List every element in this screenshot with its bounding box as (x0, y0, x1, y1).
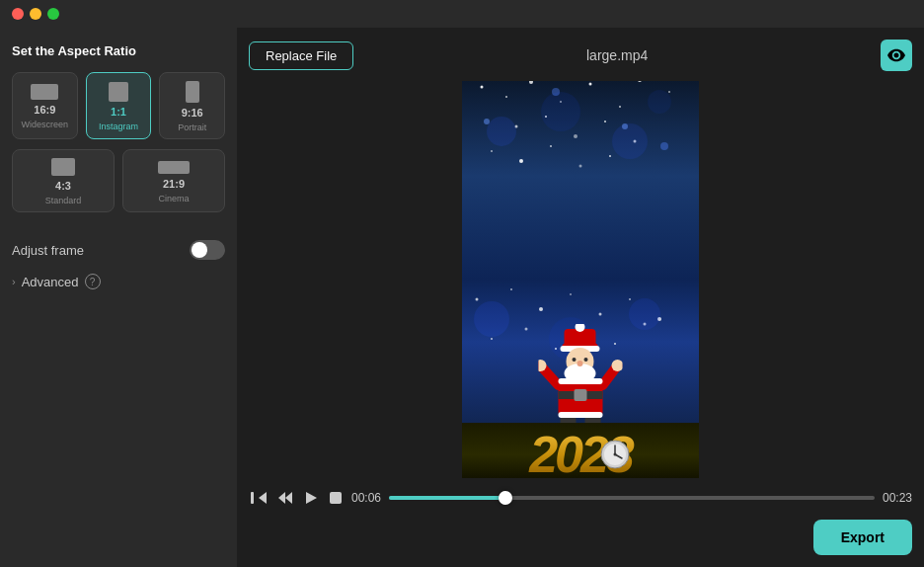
aspect-ratio-grid-row1: 16:9 Widescreen 1:1 Instagram 9:16 Portr… (12, 72, 225, 139)
svg-point-25 (660, 142, 668, 150)
ratio-btn-43[interactable]: 4:3 Standard (12, 149, 115, 212)
replace-file-button[interactable]: Replace File (249, 41, 353, 70)
current-time: 00:06 (351, 491, 381, 505)
close-button[interactable] (12, 8, 24, 20)
svg-rect-62 (559, 378, 603, 384)
svg-point-31 (629, 298, 631, 300)
svg-marker-70 (259, 492, 267, 504)
svg-point-34 (525, 328, 528, 331)
svg-point-23 (552, 88, 560, 96)
sidebar-title: Set the Aspect Ratio (12, 43, 225, 58)
progress-bar[interactable] (389, 496, 875, 500)
export-button[interactable]: Export (813, 520, 912, 555)
svg-point-26 (476, 298, 479, 301)
ratio-icon-916 (186, 81, 199, 103)
stars-svg (462, 81, 699, 280)
progress-thumb[interactable] (499, 491, 512, 505)
advanced-row[interactable]: › Advanced ? (12, 268, 225, 295)
stop-icon (330, 492, 342, 504)
ratio-sublabel-11: Instagram (99, 122, 138, 131)
year-svg: 2023 (462, 423, 699, 478)
main-layout: Set the Aspect Ratio 16:9 Widescreen 1:1… (0, 28, 924, 567)
svg-point-28 (539, 307, 543, 311)
svg-point-48 (573, 358, 577, 362)
svg-point-27 (510, 288, 512, 290)
ratio-sublabel-219: Cinema (158, 194, 189, 203)
svg-point-33 (491, 338, 493, 340)
stop-button[interactable] (328, 490, 344, 506)
adjust-frame-row: Adjust frame (12, 232, 225, 268)
advanced-label: Advanced (22, 275, 79, 289)
santa-svg (539, 324, 623, 438)
video-preview-container: 2023 (249, 81, 912, 478)
svg-point-29 (570, 293, 572, 295)
svg-point-15 (550, 145, 552, 147)
skip-back-button[interactable] (249, 488, 269, 508)
svg-point-16 (579, 165, 582, 168)
svg-point-24 (622, 123, 628, 129)
svg-point-18 (487, 117, 516, 146)
bottom-bar: Export (249, 512, 912, 555)
svg-point-10 (574, 134, 578, 138)
ratio-label-916: 9:16 (182, 107, 203, 119)
svg-point-39 (474, 301, 509, 337)
frame-back-icon (278, 491, 292, 505)
ratio-icon-169 (31, 84, 58, 100)
svg-point-49 (584, 358, 588, 362)
svg-rect-53 (575, 389, 587, 401)
svg-point-14 (519, 159, 523, 163)
svg-marker-72 (285, 492, 292, 504)
video-frame: 2023 (462, 81, 699, 478)
ratio-btn-11[interactable]: 1:1 Instagram (86, 72, 152, 139)
ratio-icon-11 (109, 82, 128, 102)
svg-point-21 (648, 90, 671, 114)
frame-back-button[interactable] (276, 489, 294, 507)
svg-point-4 (589, 83, 592, 86)
play-button[interactable] (302, 489, 320, 507)
content-area: Replace File large.mp4 (237, 28, 924, 567)
svg-point-50 (578, 361, 583, 366)
help-icon[interactable]: ? (85, 274, 101, 289)
svg-point-19 (541, 92, 580, 131)
skip-back-icon (251, 490, 267, 506)
ratio-icon-219 (158, 161, 190, 174)
ratio-sublabel-169: Widescreen (22, 120, 69, 129)
ratio-label-169: 16:9 (34, 104, 55, 116)
svg-rect-75 (330, 492, 342, 504)
toggle-thumb (192, 242, 207, 258)
svg-point-0 (481, 86, 484, 89)
sidebar: Set the Aspect Ratio 16:9 Widescreen 1:1… (0, 28, 237, 567)
minimize-button[interactable] (30, 8, 41, 20)
ratio-sublabel-916: Portrait (178, 122, 206, 132)
svg-point-1 (505, 96, 507, 98)
year-display: 2023 (462, 423, 699, 478)
top-bar: Replace File large.mp4 (249, 40, 912, 71)
titlebar (0, 0, 924, 28)
video-bottom-half: 2023 (462, 280, 699, 478)
svg-point-30 (599, 313, 602, 316)
svg-marker-74 (306, 492, 317, 504)
ratio-label-43: 4:3 (55, 180, 71, 192)
svg-rect-71 (251, 492, 254, 504)
svg-point-2 (529, 81, 533, 84)
svg-point-22 (484, 119, 490, 124)
ratio-btn-219[interactable]: 21:9 Cinema (122, 149, 225, 212)
svg-point-20 (612, 123, 648, 159)
video-top-half (462, 81, 699, 280)
total-time: 00:23 (883, 491, 912, 505)
chevron-right-icon: › (12, 276, 16, 287)
adjust-frame-toggle[interactable] (190, 240, 225, 260)
maximize-button[interactable] (47, 8, 59, 20)
preview-eye-button[interactable] (881, 40, 912, 71)
svg-marker-73 (278, 492, 285, 504)
adjust-frame-label: Adjust frame (12, 243, 84, 258)
ratio-btn-169[interactable]: 16:9 Widescreen (12, 72, 78, 139)
ratio-btn-916[interactable]: 9:16 Portrait (159, 72, 225, 139)
file-name: large.mp4 (353, 47, 881, 63)
svg-point-11 (604, 121, 606, 122)
ratio-label-219: 21:9 (163, 178, 185, 190)
aspect-ratio-grid-row2: 4:3 Standard 21:9 Cinema (12, 149, 225, 212)
eye-icon (887, 46, 905, 64)
ratio-sublabel-43: Standard (45, 196, 82, 205)
svg-point-13 (491, 150, 493, 152)
